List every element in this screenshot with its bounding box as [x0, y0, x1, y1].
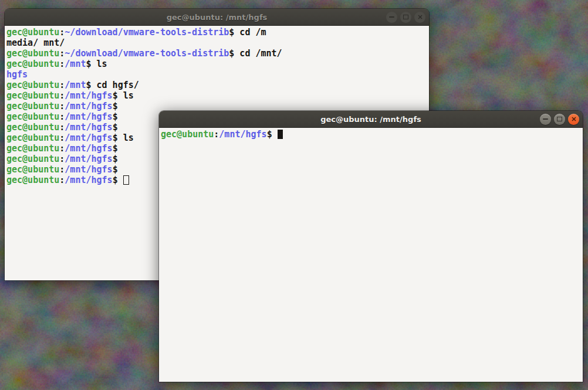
maximize-icon [557, 117, 562, 121]
close-icon [417, 14, 423, 20]
terminal-line: hgfs [6, 69, 429, 80]
terminal-line: gec@ubuntu:~/download/vmware-tools-distr… [6, 48, 429, 59]
maximize-icon [403, 15, 408, 19]
minimize-button[interactable] [386, 12, 397, 23]
window-title: gec@ubuntu: /mnt/hgfs [320, 115, 421, 124]
terminal-line: gec@ubuntu:/mnt/hgfs$ ls [6, 90, 429, 101]
close-icon [571, 116, 577, 122]
window-controls [540, 111, 579, 127]
terminal-cursor [123, 175, 129, 185]
terminal-line: gec@ubuntu:~/download/vmware-tools-distr… [6, 27, 429, 38]
terminal-line: media/ mnt/ [6, 38, 429, 48]
terminal-screen[interactable]: gec@ubuntu:/mnt/hgfs$ [159, 128, 583, 382]
terminal-line: gec@ubuntu:/mnt$ cd hgfs/ [6, 80, 429, 90]
terminal-line: gec@ubuntu:/mnt$ ls [6, 59, 429, 69]
close-button[interactable] [414, 12, 425, 23]
desktop: gec@ubuntu: /mnt/hgfs gec@ubuntu:~/downl… [0, 0, 588, 390]
terminal-window-front: gec@ubuntu: /mnt/hgfs gec@ubuntu:/mnt/hg… [159, 111, 583, 382]
maximize-button[interactable] [554, 114, 565, 125]
terminal-line: gec@ubuntu:/mnt/hgfs$ [6, 101, 429, 111]
close-button[interactable] [568, 114, 579, 125]
terminal-line: gec@ubuntu:/mnt/hgfs$ [161, 129, 583, 140]
minimize-icon [543, 118, 548, 120]
window-title: gec@ubuntu: /mnt/hgfs [167, 13, 268, 22]
minimize-button[interactable] [540, 114, 551, 125]
terminal-cursor [278, 130, 283, 139]
titlebar[interactable]: gec@ubuntu: /mnt/hgfs [159, 111, 583, 128]
maximize-button[interactable] [400, 12, 411, 23]
minimize-icon [389, 16, 394, 18]
window-controls [386, 9, 425, 25]
titlebar[interactable]: gec@ubuntu: /mnt/hgfs [5, 9, 429, 26]
